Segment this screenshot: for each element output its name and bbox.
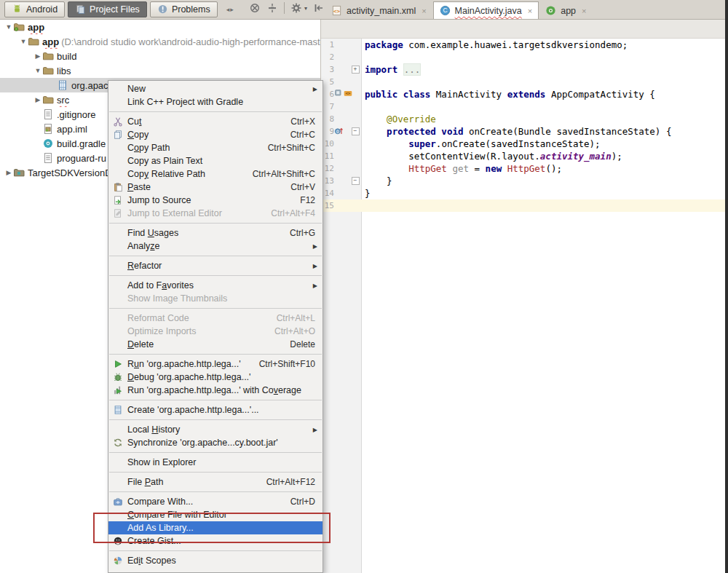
scroll-from-source-icon[interactable]: [249, 2, 261, 14]
code-text: @Override: [361, 114, 436, 125]
close-tab-icon[interactable]: ×: [582, 7, 586, 15]
menu-item-label: Delete: [127, 339, 154, 349]
svg-text:<>: <>: [333, 7, 341, 14]
tree-expanded-arrow-icon[interactable]: ▼: [4, 23, 13, 31]
code-line-2[interactable]: 2: [321, 51, 725, 63]
menu-item-paste[interactable]: PasteCtrl+V: [108, 181, 323, 194]
menu-separator: [108, 449, 323, 456]
panel-tab-android[interactable]: Android: [4, 1, 65, 17]
tree-expanded-arrow-icon[interactable]: ▼: [33, 67, 42, 74]
menu-item-copy-as-plain-text[interactable]: Copy as Plain Text: [108, 154, 323, 167]
panel-tab-problems[interactable]: Problems: [150, 1, 218, 17]
gist-icon: [108, 536, 127, 546]
editor-tab-mainactivity-java[interactable]: CMainActivity.java×: [433, 1, 539, 19]
menu-item-copy-relative-path[interactable]: Copy Relative PathCtrl+Alt+Shift+C: [108, 167, 323, 181]
menu-item-jump-to-source[interactable]: Jump to SourceF12: [108, 194, 323, 207]
menu-item-local-history[interactable]: Local History▶: [108, 423, 323, 436]
menu-separator: [108, 253, 323, 259]
code-line-13[interactable]: 13− }: [321, 175, 725, 187]
editor-tab-activity_main-xml[interactable]: <>activity_main.xml×: [325, 1, 433, 19]
code-token: com.example.huawei.targetsdkversiondemo;: [403, 39, 628, 50]
menu-item-edit-scopes[interactable]: Edit Scopes: [108, 554, 323, 567]
close-tab-icon[interactable]: ×: [422, 7, 426, 15]
tree-row-app[interactable]: ▼app(D:\android studio work\android-audi…: [0, 34, 320, 49]
code-line-14[interactable]: 14}: [321, 187, 725, 199]
menu-item-label: Show Image Thumbnails: [127, 293, 227, 304]
fold-collapse-icon[interactable]: −: [352, 127, 360, 135]
code-line-1[interactable]: 1package com.example.huawei.targetsdkver…: [321, 39, 725, 51]
override-marker-icon[interactable]: O: [334, 126, 344, 138]
code-token: [397, 64, 403, 75]
tree-row-libs[interactable]: ▼libs: [0, 63, 320, 78]
code-line-10[interactable]: 10 super.onCreate(savedInstanceState);: [321, 138, 725, 150]
xml-marker-icon[interactable]: <>: [344, 89, 352, 100]
menu-item-cut[interactable]: CutCtrl+X: [108, 115, 323, 128]
android-robot-icon: [12, 4, 23, 15]
code-line-6[interactable]: 6<>public class MainActivity extends App…: [321, 88, 725, 100]
tree-collapsed-arrow-icon[interactable]: ▶: [4, 169, 13, 176]
class-marker-icon[interactable]: [334, 89, 344, 100]
menu-item-create-gist[interactable]: Create Gist...: [108, 534, 323, 548]
menu-item-copy[interactable]: CopyCtrl+C: [108, 128, 323, 141]
tree-row-app[interactable]: ▼app: [0, 20, 320, 34]
settings-caret-icon: ▾: [304, 5, 307, 12]
menu-item-link-c-project-with-gradle[interactable]: Link C++ Project with Gradle: [108, 95, 323, 108]
editor-tab-app[interactable]: app×: [539, 1, 593, 19]
editor-tab-label: MainActivity.java: [455, 6, 522, 16]
menu-item-debug-org-apache-http-lega[interactable]: Debug 'org.apache.http.lega...': [108, 371, 323, 384]
code-token: }: [365, 188, 371, 199]
code-line-8[interactable]: 8 @Override: [321, 113, 725, 125]
collapse-all-icon[interactable]: [266, 2, 278, 14]
menu-item-add-as-library[interactable]: Add As Library...: [108, 521, 323, 534]
fold-collapse-icon[interactable]: −: [352, 177, 360, 185]
close-tab-icon[interactable]: ×: [528, 7, 532, 15]
menu-item-show-in-explorer[interactable]: Show in Explorer: [108, 456, 323, 469]
code-line-15[interactable]: 15: [321, 199, 725, 212]
project-panel-toolbar: ▾: [249, 2, 325, 14]
panel-switcher-arrows-icon[interactable]: ◂▸: [226, 6, 234, 13]
gutter-cell: 14: [321, 187, 361, 199]
menu-item-compare-file-with-editor[interactable]: Compare File with Editor: [108, 508, 323, 521]
menu-item-run-org-apache-http-lega[interactable]: Run 'org.apache.http.lega...'Ctrl+Shift+…: [108, 357, 323, 371]
fold-expand-icon[interactable]: +: [352, 66, 360, 74]
menu-item-label: Reformat Code: [127, 313, 189, 323]
module-folder-icon: [13, 21, 26, 33]
code-line-7[interactable]: 7: [321, 100, 725, 113]
menu-item-analyze[interactable]: Analyze▶: [108, 240, 323, 253]
paste-icon: [108, 182, 127, 192]
tree-row-build[interactable]: ▶build: [0, 49, 320, 63]
menu-item-synchronize-org-apache-cy-boot-jar[interactable]: Synchronize 'org.apache...cy.boot.jar': [108, 436, 323, 449]
menu-item-copy-path[interactable]: Copy PathCtrl+Shift+C: [108, 141, 323, 154]
editor-tab-label: app: [561, 6, 576, 16]
menu-item-label: Show in Explorer: [127, 457, 197, 467]
code-line-11[interactable]: 11 setContentView(R.layout.activity_main…: [321, 150, 725, 162]
line-number: 2: [321, 52, 334, 62]
tree-collapsed-arrow-icon[interactable]: ▶: [33, 52, 42, 60]
gutter-cell: 3+: [321, 63, 361, 76]
menu-item-refactor[interactable]: Refactor▶: [108, 259, 323, 272]
menu-item-compare-with[interactable]: Compare With...Ctrl+D: [108, 495, 323, 508]
menu-item-find-usages[interactable]: Find UsagesCtrl+G: [108, 226, 323, 240]
menu-item-file-path[interactable]: File PathCtrl+Alt+F12: [108, 475, 323, 489]
tree-collapsed-arrow-icon[interactable]: ▶: [33, 96, 42, 103]
menu-item-label: Copy as Plain Text: [127, 156, 202, 166]
line-number: 1: [321, 40, 334, 50]
menu-item-add-to-favorites[interactable]: Add to Favorites▶: [108, 279, 323, 292]
settings-gear-icon[interactable]: [290, 2, 302, 14]
menu-item-new[interactable]: New▶: [108, 82, 323, 95]
menu-item-delete[interactable]: DeleteDelete: [108, 338, 323, 351]
code-line-12[interactable]: 12 HttpGet get = new HttpGet();: [321, 162, 725, 175]
tree-expanded-arrow-icon[interactable]: ▼: [19, 38, 28, 45]
code-line-3[interactable]: 3+import ...: [321, 63, 725, 76]
gutter-icons: O: [334, 126, 351, 138]
menu-item-label: File Path: [127, 477, 163, 487]
code-line-9[interactable]: 9O− protected void onCreate(Bundle saved…: [321, 125, 725, 138]
editor-code-area[interactable]: 1package com.example.huawei.targetsdkver…: [321, 39, 725, 573]
panel-tab-project-files[interactable]: Project Files: [68, 1, 147, 17]
hide-panel-icon[interactable]: [313, 2, 325, 14]
menu-item-run-org-apache-http-lega-with-coverage[interactable]: Run 'org.apache.http.lega...' with Cover…: [108, 384, 323, 397]
tree-item-label: src: [57, 95, 69, 106]
menu-item-create-org-apache-http-lega[interactable]: Create 'org.apache.http.lega...'...: [108, 403, 323, 416]
text-file-icon: [42, 108, 55, 120]
code-line-5[interactable]: 5: [321, 76, 725, 88]
